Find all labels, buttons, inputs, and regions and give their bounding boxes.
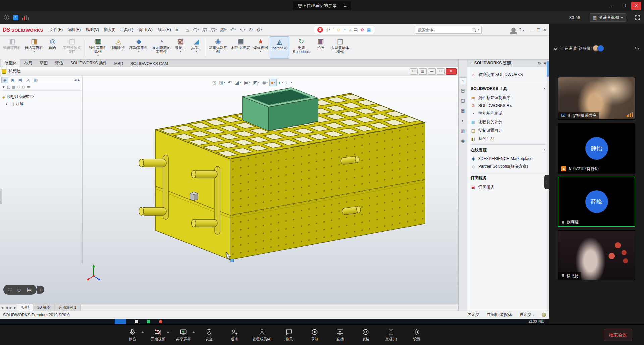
link-subscription-services[interactable]: ▣订阅服务 [471, 183, 546, 191]
participant-tile[interactable]: 徐飞扬 [558, 230, 635, 280]
doc-tile-icon[interactable]: ❐ [410, 68, 418, 75]
participant-tile[interactable]: 静怡 072192肖静怡 [558, 123, 635, 174]
link-performance-benchmark[interactable]: ◔性能基准测试 [471, 109, 546, 118]
link-my-products[interactable]: ◧我的产品 [471, 135, 546, 143]
doctab-prev-icon[interactable]: ◀ [4, 304, 9, 311]
search-caret-icon[interactable]: ▾ [478, 28, 479, 31]
ribbon-component-preview[interactable]: ◫零部件预览窗口 [60, 36, 84, 59]
status-custom[interactable]: 自定义 ▾ [520, 312, 534, 318]
view-orientation-icon[interactable]: ▣▾ [243, 79, 251, 86]
dimxpert-tab-icon[interactable]: ◬ [24, 77, 32, 83]
mute-button[interactable]: 静音 [125, 328, 140, 342]
ime-smiley-icon[interactable]: ☺ [17, 287, 22, 293]
menu-pin-icon[interactable]: ✱ [173, 28, 181, 32]
link-copy-settings[interactable]: ◫复制设置向导 [471, 126, 546, 135]
welcome-link[interactable]: ⌂ 欢迎使用 SOLIDWORKS [471, 70, 546, 82]
share-options-icon[interactable] [192, 331, 195, 333]
user-account-icon[interactable] [511, 28, 516, 32]
ribbon-exploded-view[interactable]: ★爆炸视图▾ [252, 36, 270, 59]
doctab-first-icon[interactable]: ◀ [0, 304, 4, 311]
participant-tile[interactable]: lyf的屏幕共享 [558, 77, 635, 120]
fm-scroll-right-icon[interactable]: ▶ [78, 78, 80, 82]
ime-grid-icon[interactable]: ∷ [8, 287, 12, 293]
documents-button[interactable]: 文档(1) [383, 328, 399, 342]
view-settings-icon[interactable]: ▭▾ [285, 79, 293, 86]
section-subscription[interactable]: 订阅服务 ∧ [471, 172, 546, 183]
collapse-section-icon[interactable]: ∧ [543, 87, 546, 91]
start-video-button[interactable]: 开启视频 [150, 328, 166, 342]
ribbon-insert-component[interactable]: ◨插入零部件▾ [23, 36, 45, 59]
tree-root-node[interactable]: ◈ 和想吐<模式2> [2, 93, 81, 100]
menu-view[interactable]: 视图(V) [83, 25, 101, 34]
ribbon-new-motion-study[interactable]: ◉新建运动算例 [206, 36, 230, 59]
tree-options-icon[interactable]: ▭ [26, 85, 30, 89]
ribbon-assembly-features[interactable]: ▩装配体特征▾ [173, 36, 189, 59]
ribbon-smart-fasteners[interactable]: ◬智能扣件 [110, 36, 128, 59]
share-screen-button[interactable]: 共享屏幕 [176, 328, 191, 342]
layout-view-button[interactable]: ▦ 演讲者视图 ▾ [590, 13, 626, 22]
featuremanager-tab-icon[interactable]: ◈ [1, 77, 8, 83]
apply-scene-icon[interactable]: ◐▾ [277, 79, 284, 86]
tab-mbd[interactable]: MBD [111, 60, 127, 67]
watching-banner[interactable]: 您正在观看lyf的屏幕 ≡ [293, 1, 351, 10]
ribbon-update-speedpak[interactable]: ↻更新Speedpak [289, 36, 313, 59]
link-compare-score[interactable]: ▥比较我的评分 [471, 118, 546, 126]
pane-options-gear-icon[interactable]: ⚙ [537, 61, 541, 66]
tab-sketch[interactable]: 草图 [36, 59, 51, 67]
taskbar-app-icon[interactable] [135, 320, 138, 323]
ime-toolbox-icon[interactable]: ▦ [367, 27, 371, 32]
ribbon-take-snapshot[interactable]: ▣拍照 [313, 36, 328, 59]
fullscreen-button[interactable] [635, 15, 640, 20]
configurationmanager-tab-icon[interactable]: ▤ [17, 77, 24, 83]
doctab-next-icon[interactable]: ▶ [9, 304, 13, 311]
ribbon-move-component[interactable]: ◆移动零部件▾ [128, 36, 150, 59]
ime-lang-mode[interactable]: 中 [326, 27, 330, 33]
collapse-section-icon[interactable]: ∧ [543, 148, 546, 152]
save-icon[interactable]: ◫▾ [208, 26, 218, 34]
sw-minimize-icon[interactable]: — [530, 28, 534, 32]
panel-splitter-handle[interactable] [0, 189, 2, 204]
open-icon[interactable]: ◱ [200, 26, 208, 34]
manage-members-button[interactable]: 管理成员(4) [252, 328, 271, 342]
forum-tab-icon[interactable]: ◉ [460, 138, 466, 144]
tree-select-icon[interactable]: ◇ [22, 85, 25, 89]
ime-collapse-icon[interactable]: ‹ [37, 286, 44, 294]
banner-menu-icon[interactable]: ≡ [344, 3, 346, 8]
section-sw-tools[interactable]: SOLIDWORKS 工具 ∧ [471, 83, 546, 94]
mic-options-icon[interactable] [141, 331, 144, 333]
search-icon[interactable] [473, 28, 476, 31]
view-palette-tab-icon[interactable]: ▦ [460, 107, 466, 114]
menu-edit[interactable]: 编辑(E) [65, 25, 83, 34]
share-back-arrow-icon[interactable] [634, 46, 640, 51]
ime-language-bar[interactable]: S 中 ' ☺ ◔ ♪ ▤ ✿ ▦ [314, 26, 374, 34]
graphics-viewport[interactable]: ◈ ◉ ▤ ◬ ▥ ◀ ▶ ▼ [0, 76, 458, 304]
chat-button[interactable]: 聊天 [281, 328, 297, 342]
ribbon-large-assembly-mode[interactable]: ◰大型装配体模式 [328, 36, 352, 59]
ime-emoji-icon[interactable]: ☺ [336, 27, 340, 32]
tree-filter-icon[interactable]: ▼ [2, 85, 5, 89]
settings-button[interactable]: 设置 [409, 328, 424, 342]
section-view-icon[interactable]: ◪▾ [234, 79, 242, 86]
menu-help[interactable]: 帮助(H) [155, 25, 173, 34]
scrollbar-thumb[interactable] [547, 61, 549, 77]
doc-cascade-icon[interactable]: ▦ [419, 68, 427, 75]
taskbar-app-icon[interactable] [147, 320, 150, 323]
menu-insert[interactable]: 插入(I) [101, 25, 118, 34]
options-gear-icon[interactable]: ⚙▾ [254, 26, 263, 34]
ribbon-linear-pattern[interactable]: ▦线性零部件阵列▾ [86, 36, 110, 59]
tree-collapse-icon[interactable]: ⊟ [17, 85, 20, 89]
end-meeting-button[interactable]: 结束会议 [604, 329, 632, 341]
ribbon-reference-geometry[interactable]: ◢参考几何▾ [189, 36, 204, 59]
pane-pin-icon[interactable]: ✱ [543, 61, 547, 66]
doc-minimize-button[interactable]: — [428, 68, 436, 75]
tab-model[interactable]: 模型 [17, 304, 33, 311]
sw-close-icon[interactable]: ✕ [543, 28, 546, 32]
link-partner-solutions[interactable]: ◇Partner Solutions(解决方案) [471, 162, 546, 171]
reactions-button[interactable]: 表情 [358, 328, 373, 342]
ime-keyboard-icon[interactable]: ▤ [27, 287, 32, 293]
section-online-resources[interactable]: 在线资源 ∧ [471, 144, 546, 155]
display-style-icon[interactable]: ◩▾ [252, 79, 260, 86]
sw-restore-icon[interactable]: ❐ [537, 28, 540, 32]
rebuild-icon[interactable]: ↻ [247, 26, 254, 34]
ime-skin-icon[interactable]: ✿ [360, 27, 364, 32]
